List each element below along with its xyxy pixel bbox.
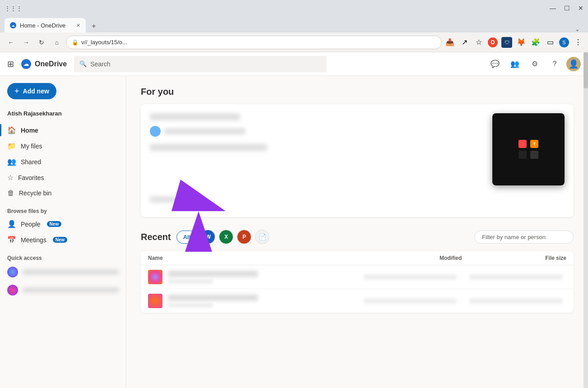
extensions-icon[interactable]: 🧩 [530,37,541,48]
apps-grid-icon[interactable]: ⊞ [7,59,14,69]
browser-profile-icon[interactable]: S [559,37,569,47]
people-icon: 👤 [7,220,16,228]
sidebar-item-recycle-bin-label: Recycle bin [19,189,51,197]
filter-by-placeholder: Filter by name or person [482,234,546,240]
file-icon-2 [148,294,162,308]
filter-tab-ppt[interactable]: P [237,230,251,244]
share-button[interactable]: 👥 [507,56,523,72]
recent-row[interactable] [141,265,574,289]
help-button[interactable]: ? [546,56,563,72]
onedrive-logo-icon [21,59,31,69]
size-val-2 [469,298,563,304]
main-content: For you [126,76,588,388]
for-you-avatar [150,126,161,137]
filter-tab-excel[interactable]: X [219,230,233,244]
shared-icon: 👥 [7,157,16,166]
scrollbar-thumb[interactable] [583,52,588,88]
add-new-button[interactable]: Add new [7,83,56,99]
filter-tab-word[interactable]: W [201,230,215,244]
sidebar-item-shared-label: Shared [21,158,41,166]
metamask-icon[interactable]: 🦊 [516,37,527,48]
app-logo: OneDrive [21,59,67,69]
sidebar-item-favorites-label: Favorites [18,174,44,181]
minimize-button[interactable]: — [550,5,556,12]
file-name-blur-2 [168,295,258,301]
address-text: v//_layouts/15/o... [81,39,436,46]
col-size-header: File size [462,255,566,261]
download-icon[interactable]: 📥 [444,37,455,48]
filter-by-input[interactable]: Filter by name or person [474,231,574,244]
back-button[interactable]: ← [5,36,17,49]
browser-tab[interactable]: Home - OneDrive ✕ [5,18,86,32]
sidebar-item-meetings[interactable]: 📅 Meetings New [0,232,126,248]
sidebar-item-favorites[interactable]: ☆ Favorites [0,170,126,185]
user-avatar[interactable]: 👤 [566,57,581,71]
opera-icon[interactable]: O [488,37,498,47]
for-you-blurred-name [164,128,245,134]
sidebar-toggle-icon[interactable]: ▭ [545,37,556,48]
sidebar-item-my-files[interactable]: 📁 My files [0,138,126,154]
forward-button[interactable]: → [20,36,32,49]
for-you-card: ₹ [141,104,574,217]
share-page-icon[interactable]: ↗ [459,37,470,48]
sidebar-item-recycle-bin[interactable]: 🗑 Recycle bin [0,185,126,201]
favorites-icon: ☆ [7,173,14,182]
file-info-2 [168,295,355,308]
modified-val-2 [364,298,457,304]
for-you-title: For you [141,87,574,97]
menu-icon[interactable]: ⋮ [573,37,583,48]
bitwarden-icon[interactable]: 🛡 [501,37,512,48]
recent-header: Recent All W X P 📄 [141,230,574,244]
search-icon: 🔍 [79,60,87,67]
meetings-new-badge: New [53,237,68,243]
new-tab-button[interactable]: + [88,20,100,32]
col-modified-header: Modified [357,255,462,261]
thumbnail-inner: ₹ [519,140,538,159]
file-icon-1 [148,270,162,284]
quick-access-icon-1 [7,267,18,277]
sidebar-item-home[interactable]: 🏠 Home [0,122,126,138]
file-name-blur-1 [168,271,258,277]
maximize-button[interactable]: ☐ [564,5,570,12]
file-meta-blur-1 [168,279,213,284]
user-name: Atish Rajasekharan [0,106,126,120]
home-button[interactable]: ⌂ [51,36,63,49]
home-icon: 🏠 [7,126,16,134]
bookmark-icon[interactable]: ☆ [473,37,484,48]
my-files-icon: 📁 [7,142,16,150]
settings-button[interactable]: ⚙ [527,56,543,72]
notification-button[interactable]: 💬 [487,56,503,72]
sidebar-item-home-label: Home [21,127,38,134]
sidebar-item-people[interactable]: 👤 People New [0,216,126,232]
collapse-icon[interactable]: ⌄ [575,26,580,32]
quick-access-item-2[interactable] [0,281,126,299]
sidebar-item-shared[interactable]: 👥 Shared [0,154,126,170]
for-you-content [150,113,483,208]
search-input[interactable]: Search [90,60,321,68]
quick-access-item-1[interactable] [0,263,126,281]
quick-access-label-1 [23,269,119,275]
for-you-blurred-sub [150,144,267,151]
filter-tab-pdf[interactable]: 📄 [255,230,269,244]
file-thumbnail[interactable]: ₹ [492,113,565,185]
filter-tab-all[interactable]: All [176,231,198,244]
quick-access-icon-2 [7,285,18,296]
modified-val-1 [364,274,457,280]
recent-row[interactable] [141,289,574,313]
quick-access-label-2 [23,287,119,293]
tab-close-button[interactable]: ✕ [76,23,80,28]
address-bar[interactable]: 🔒 v//_layouts/15/o... [66,36,442,49]
reload-button[interactable]: ↻ [35,36,48,49]
sidebar-item-people-label: People [21,221,41,228]
scrollbar-track [583,52,588,388]
app-header: ⊞ OneDrive 🔍 Search 💬 👥 ⚙ ? 👤 [0,52,588,76]
size-val-1 [469,274,563,280]
add-new-label: Add new [23,88,49,95]
recycle-bin-icon: 🗑 [7,189,14,197]
search-box[interactable]: 🔍 Search [74,56,327,72]
close-button[interactable]: ✕ [578,5,583,12]
quick-access-title: Quick access [0,248,126,263]
for-you-blurred-small [150,196,177,203]
browse-section-title: Browse files by [0,201,126,216]
for-you-blurred-title [150,113,240,120]
